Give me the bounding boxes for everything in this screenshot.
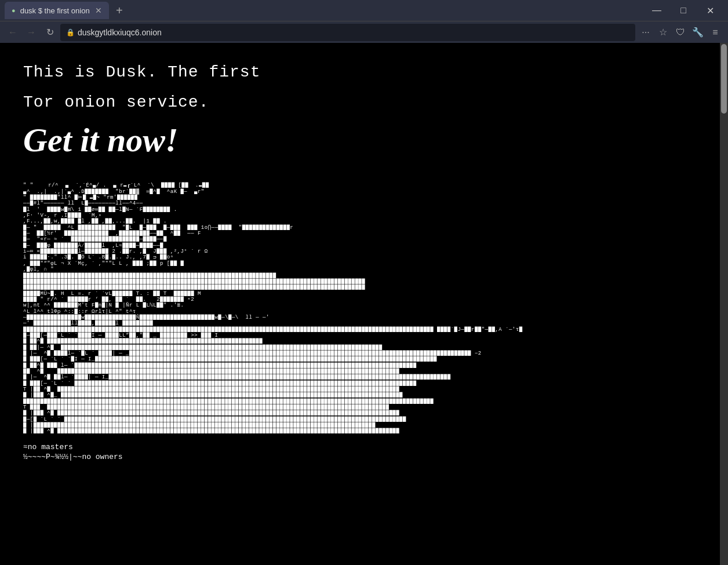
minimize-button[interactable]: — xyxy=(643,0,670,21)
address-bar[interactable]: 🔒 duskgytldkxiuqc6.onion xyxy=(60,24,635,41)
ascii-art-area: " " r/^ ▄ `‚`É^▄/ . ▄ r▬┎`L^ `\ ████ [██… xyxy=(23,177,697,495)
ascii-art: " " r/^ ▄ `‚`É^▄/ . ▄ r▬┎`L^ `\ ████ [██… xyxy=(23,177,697,440)
heading-line2: Tor onion service. xyxy=(23,90,697,115)
security-icon: 🔒 xyxy=(66,28,74,37)
cta-text[interactable]: Get it now! xyxy=(23,121,697,159)
active-tab[interactable]: ● dusk $ the first onion ✕ xyxy=(5,2,109,19)
bookmark-button[interactable]: ☆ xyxy=(655,24,671,41)
nav-right-controls: ··· ☆ 🛡 🔧 ≡ xyxy=(638,24,723,41)
menu-button[interactable]: ≡ xyxy=(707,24,723,41)
heading-line1: This is Dusk. The first xyxy=(23,60,697,85)
tab-bar: ● dusk $ the first onion ✕ + — □ ✕ xyxy=(0,0,728,21)
page-inner: This is Dusk. The first Tor onion servic… xyxy=(0,43,720,513)
maximize-button[interactable]: □ xyxy=(670,0,697,21)
shield-button[interactable]: 🛡 xyxy=(672,24,689,41)
scrollbar[interactable] xyxy=(720,43,728,565)
more-button[interactable]: ··· xyxy=(638,24,654,41)
window-controls: — □ ✕ xyxy=(643,0,723,21)
no-owners-line: ½~~~~P~¾½½|~~no owners xyxy=(23,453,697,461)
forward-button[interactable]: → xyxy=(23,24,39,41)
tab-title: dusk $ the first onion xyxy=(20,6,90,15)
scroll-thumb[interactable] xyxy=(721,44,727,114)
no-masters-line: ≈no masters xyxy=(23,443,697,451)
page-content: This is Dusk. The first Tor onion servic… xyxy=(0,43,720,565)
browser-chrome: ● dusk $ the first onion ✕ + — □ ✕ ← → ↻… xyxy=(0,0,728,43)
navigation-bar: ← → ↻ 🔒 duskgytldkxiuqc6.onion ··· ☆ 🛡 🔧… xyxy=(0,21,728,43)
reload-button[interactable]: ↻ xyxy=(42,24,58,41)
url-display: duskgytldkxiuqc6.onion xyxy=(78,28,629,37)
back-button[interactable]: ← xyxy=(5,24,21,41)
ascii-bottom-lines: ≈no masters ½~~~~P~¾½½|~~no owners xyxy=(23,443,697,461)
extension-button[interactable]: 🔧 xyxy=(690,24,706,41)
tab-close-button[interactable]: ✕ xyxy=(95,6,102,14)
tab-favicon: ● xyxy=(12,7,16,14)
new-tab-button[interactable]: + xyxy=(111,4,128,17)
close-button[interactable]: ✕ xyxy=(697,0,723,21)
